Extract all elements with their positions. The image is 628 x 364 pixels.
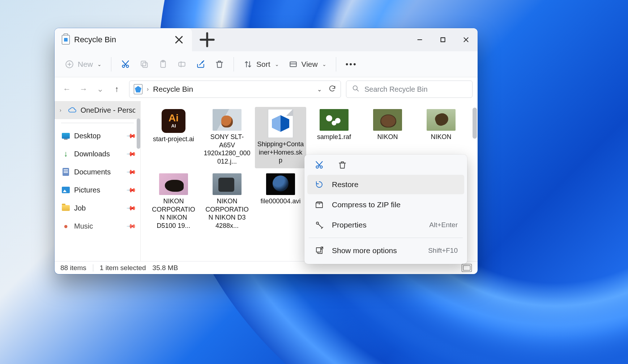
pin-icon: 📌 xyxy=(126,185,137,195)
file-item[interactable]: SONY SLT-A65V 1920x1280_000012.j... xyxy=(201,107,253,168)
refresh-button[interactable] xyxy=(328,84,336,94)
chevron-down-icon: ⌄ xyxy=(322,61,326,67)
image-thumbnail xyxy=(427,109,456,131)
address-bar[interactable]: › Recycle Bin ⌄ xyxy=(129,81,341,98)
toolbar: New ⌄ Sort ⌄ View ⌄ ••• xyxy=(55,51,478,77)
sidebar-item-downloads[interactable]: ↓ Downloads 📌 xyxy=(55,145,140,163)
up-button[interactable]: ↑ xyxy=(110,82,124,96)
delete-button[interactable] xyxy=(211,56,228,72)
file-item[interactable]: AiAIstart-project.ai xyxy=(148,107,199,168)
recycle-bin-icon xyxy=(62,35,70,44)
titlebar: Recycle Bin xyxy=(55,28,478,51)
pin-icon: 📌 xyxy=(126,148,137,159)
pin-icon: 📌 xyxy=(126,221,137,231)
context-properties[interactable]: Properties Alt+Enter xyxy=(307,215,464,235)
delete-menu-button[interactable] xyxy=(337,160,348,170)
svg-rect-4 xyxy=(143,62,148,67)
back-button[interactable]: ← xyxy=(60,82,74,96)
maximize-button[interactable] xyxy=(431,30,454,50)
tab-title: Recycle Bin xyxy=(74,35,116,44)
chevron-right-icon: › xyxy=(147,86,149,92)
shortcut-label: Alt+Enter xyxy=(429,221,458,229)
context-restore[interactable]: Restore xyxy=(307,175,464,194)
video-thumbnail xyxy=(266,173,295,195)
sidebar-item-job[interactable]: Job 📌 xyxy=(55,199,140,217)
recycle-bin-icon xyxy=(134,84,142,94)
sidebar-item-desktop[interactable]: Desktop 📌 xyxy=(55,127,140,145)
copy-button[interactable] xyxy=(136,56,153,72)
paste-button[interactable] xyxy=(155,56,171,72)
properties-icon xyxy=(314,220,325,230)
pin-icon: 📌 xyxy=(126,130,137,141)
chevron-down-icon: ⌄ xyxy=(275,61,279,67)
file-item-selected[interactable]: Shipping+Container+Homes.skp xyxy=(255,107,306,168)
tab-recycle-bin[interactable]: Recycle Bin xyxy=(55,28,192,51)
image-thumbnail xyxy=(213,173,242,195)
tab-close-button[interactable] xyxy=(174,35,184,45)
restore-icon xyxy=(314,179,325,190)
svg-rect-5 xyxy=(141,61,146,66)
cloud-icon xyxy=(68,106,76,114)
sidebar-item-label: Downloads xyxy=(74,150,110,158)
file-item[interactable]: NIKON CORPORATION NIKON D3 4288x... xyxy=(201,171,253,233)
breadcrumb[interactable]: Recycle Bin xyxy=(153,85,193,94)
new-button[interactable]: New ⌄ xyxy=(61,56,105,72)
close-button[interactable] xyxy=(454,30,478,50)
chevron-down-icon: ⌄ xyxy=(97,61,102,67)
view-details-toggle[interactable] xyxy=(462,264,472,272)
search-box[interactable] xyxy=(346,81,473,98)
context-show-more[interactable]: Show more options Shift+F10 xyxy=(307,241,464,260)
sidebar-item-label: Pictures xyxy=(74,186,100,194)
image-thumbnail xyxy=(373,109,402,131)
desktop-icon xyxy=(62,133,70,139)
navigation-row: ← → ⌄ ↑ › Recycle Bin ⌄ xyxy=(55,77,478,101)
image-thumbnail xyxy=(159,173,188,195)
folder-icon xyxy=(62,205,70,211)
sidebar-item-documents[interactable]: Documents 📌 xyxy=(55,163,140,181)
music-icon: ● xyxy=(62,222,70,230)
more-button[interactable]: ••• xyxy=(342,56,361,72)
address-dropdown-button[interactable]: ⌄ xyxy=(317,86,322,93)
sidebar-item-music[interactable]: ● Music 📌 xyxy=(55,217,140,235)
forward-button[interactable]: → xyxy=(76,82,91,96)
search-input[interactable] xyxy=(364,85,466,94)
sidebar-item-label: Job xyxy=(74,204,86,212)
document-icon xyxy=(63,168,69,176)
pictures-icon xyxy=(62,187,70,193)
download-icon: ↓ xyxy=(62,150,70,158)
context-menu: Restore Compress to ZIP file Properties … xyxy=(304,155,467,264)
pin-icon: 📌 xyxy=(126,166,137,177)
more-options-icon xyxy=(314,245,325,256)
sidebar-scrollbar[interactable] xyxy=(137,118,140,149)
chevron-right-icon: › xyxy=(60,107,64,113)
view-button[interactable]: View ⌄ xyxy=(285,56,330,72)
sidebar: › OneDrive - Personal Desktop 📌 ↓ Downlo… xyxy=(55,101,141,261)
skp-file-icon xyxy=(268,109,293,138)
cut-menu-button[interactable] xyxy=(314,160,325,170)
svg-rect-0 xyxy=(441,38,445,42)
file-item[interactable]: file000004.avi xyxy=(255,171,306,233)
content-scrollbar[interactable] xyxy=(473,108,477,139)
selection-size: 35.8 MB xyxy=(153,264,178,272)
window-controls xyxy=(408,30,478,50)
context-compress[interactable]: Compress to ZIP file xyxy=(307,195,464,214)
svg-rect-14 xyxy=(316,248,321,252)
cut-button[interactable] xyxy=(117,56,134,72)
sidebar-item-pictures[interactable]: Pictures 📌 xyxy=(55,181,140,199)
ai-file-icon: AiAI xyxy=(162,109,185,133)
sidebar-item-onedrive[interactable]: › OneDrive - Personal xyxy=(55,101,140,119)
sidebar-item-label: Documents xyxy=(74,168,111,176)
new-tab-button[interactable] xyxy=(198,31,216,48)
sidebar-item-label: Music xyxy=(74,222,93,230)
item-count: 88 items xyxy=(60,264,86,272)
file-item[interactable]: NIKON CORPORATION NIKON D5100 19... xyxy=(148,171,199,233)
pin-icon: 📌 xyxy=(126,203,137,213)
minimize-button[interactable] xyxy=(408,30,431,50)
svg-rect-9 xyxy=(290,62,296,66)
search-icon xyxy=(352,85,359,94)
image-thumbnail xyxy=(320,109,349,131)
sort-button[interactable]: Sort ⌄ xyxy=(240,56,283,72)
recent-locations-button[interactable]: ⌄ xyxy=(93,82,107,96)
share-button[interactable] xyxy=(192,56,209,72)
rename-button[interactable] xyxy=(174,56,190,72)
